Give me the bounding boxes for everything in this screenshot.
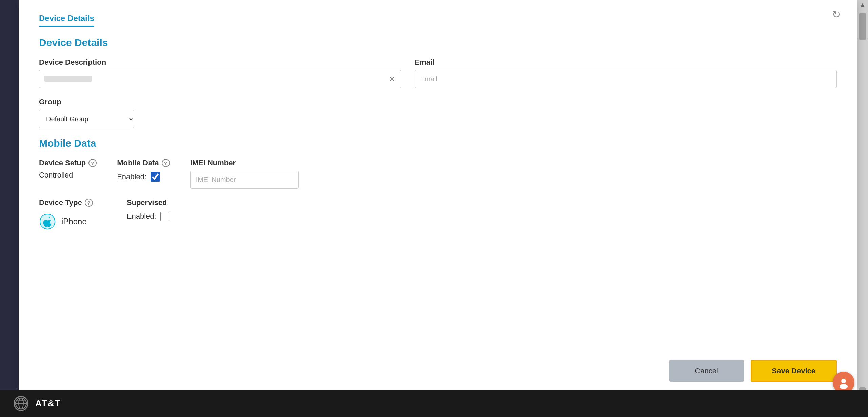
scrollbar-thumb-top[interactable] xyxy=(859,13,866,40)
supervised-label: Supervised xyxy=(127,198,170,207)
form-row-description-email: Device Description ✕ Email xyxy=(39,58,837,88)
group-select[interactable]: Default Group Group A Group B xyxy=(39,110,134,128)
mobile-data-enabled-label: Enabled: xyxy=(117,172,146,181)
device-description-input[interactable] xyxy=(39,70,401,88)
device-icon-row: iPhone xyxy=(39,213,93,230)
device-setup-label: Device Setup ? xyxy=(39,159,97,167)
att-brand-label: AT&T xyxy=(35,398,61,409)
col-device-type: Device Type ? iPhone xyxy=(39,198,93,230)
iphone-icon xyxy=(39,213,56,230)
device-description-label: Device Description xyxy=(39,58,401,67)
refresh-button[interactable]: ↻ xyxy=(829,7,844,22)
device-setup-value: Controlled xyxy=(39,171,97,180)
modal-body: Device Details Device Details Device Des… xyxy=(19,0,857,352)
email-label: Email xyxy=(415,58,837,67)
save-device-button[interactable]: Save Device xyxy=(751,360,837,382)
mobile-data-checkbox-row: Enabled: xyxy=(117,172,170,182)
device-type-help-icon[interactable]: ? xyxy=(85,199,93,207)
section-title-device-details: Device Details xyxy=(39,37,837,48)
form-group-group: Group Default Group Group A Group B xyxy=(39,98,134,128)
imei-label: IMEI Number xyxy=(190,159,299,167)
svg-point-5 xyxy=(840,384,848,389)
supervised-enabled-label: Enabled: xyxy=(127,212,156,221)
sidebar xyxy=(0,0,19,417)
modal-dialog: ↻ Device Details Device Details Device D… xyxy=(19,0,857,390)
att-globe-icon xyxy=(14,396,28,411)
device-name-label: iPhone xyxy=(61,217,87,226)
modal-footer: Cancel Save Device xyxy=(19,352,857,390)
form-row-group: Group Default Group Group A Group B xyxy=(39,98,837,128)
email-input[interactable] xyxy=(415,70,837,88)
col-imei: IMEI Number xyxy=(190,159,299,189)
clear-description-button[interactable]: ✕ xyxy=(388,74,396,85)
mobile-data-grid: Device Setup ? Controlled Mobile Data ? … xyxy=(39,159,837,189)
att-footer: AT&T xyxy=(0,390,868,417)
scroll-up-arrow[interactable]: ▲ xyxy=(858,0,867,9)
device-description-input-wrapper: ✕ xyxy=(39,70,401,88)
section-title-mobile-data: Mobile Data xyxy=(39,138,837,149)
svg-point-4 xyxy=(841,379,846,383)
supervised-checkbox[interactable] xyxy=(160,212,170,221)
mobile-data-checkbox[interactable] xyxy=(151,172,160,182)
device-details-tab[interactable]: Device Details xyxy=(39,14,94,26)
col-supervised: Supervised Enabled: xyxy=(127,198,170,221)
form-group-description: Device Description ✕ xyxy=(39,58,401,88)
col-mobile-data-enabled: Mobile Data ? Enabled: xyxy=(117,159,170,182)
form-group-email: Email xyxy=(415,58,837,88)
device-type-row: Device Type ? iPhone xyxy=(39,198,837,230)
imei-input[interactable] xyxy=(190,171,299,189)
mobile-data-label: Mobile Data ? xyxy=(117,159,170,167)
cancel-button[interactable]: Cancel xyxy=(669,360,744,382)
col-device-setup: Device Setup ? Controlled xyxy=(39,159,97,180)
group-label: Group xyxy=(39,98,134,106)
scrollbar[interactable]: ▲ ▼ xyxy=(857,0,868,417)
supervised-checkbox-row: Enabled: xyxy=(127,212,170,221)
device-type-label: Device Type ? xyxy=(39,198,93,207)
device-setup-help-icon[interactable]: ? xyxy=(88,159,97,167)
svg-point-6 xyxy=(845,378,847,380)
mobile-data-help-icon[interactable]: ? xyxy=(162,159,170,167)
